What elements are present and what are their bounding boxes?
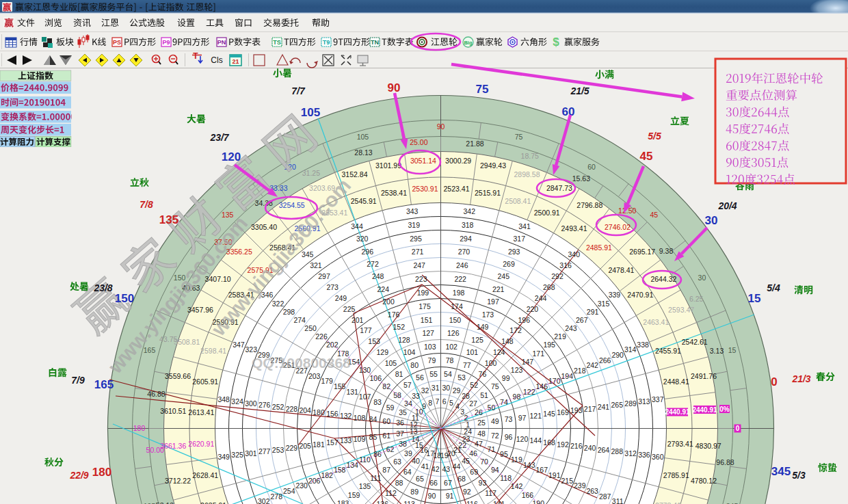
svg-text:90: 90	[388, 81, 401, 94]
svg-text:30: 30	[698, 274, 706, 282]
svg-text:250: 250	[304, 324, 317, 332]
svg-text:21/3: 21/3	[791, 373, 810, 384]
svg-text:48: 48	[477, 429, 486, 438]
svg-text:123: 123	[511, 366, 523, 374]
svg-text:217: 217	[584, 405, 596, 413]
svg-text:96: 96	[505, 433, 513, 441]
svg-text:26: 26	[475, 408, 483, 416]
svg-text:205: 205	[299, 442, 311, 450]
svg-text:149: 149	[477, 323, 489, 331]
svg-text:54: 54	[444, 370, 452, 378]
svg-text:320: 320	[356, 235, 369, 243]
svg-text:3712.22: 3712.22	[165, 477, 191, 485]
svg-text:200: 200	[382, 297, 395, 306]
svg-text:2545.91: 2545.91	[351, 197, 377, 205]
svg-text:50.00: 50.00	[146, 446, 164, 454]
svg-text:P9: P9	[162, 39, 170, 46]
svg-text:101: 101	[466, 348, 479, 356]
svg-text:245: 245	[498, 272, 510, 280]
svg-text:324: 324	[231, 397, 243, 406]
svg-text:322: 322	[272, 300, 284, 308]
svg-text:125: 125	[471, 336, 483, 344]
svg-text:2746.02: 2746.02	[605, 223, 631, 231]
svg-text:T9: T9	[323, 39, 330, 46]
svg-text:2847.73: 2847.73	[546, 184, 572, 192]
svg-text:37: 37	[396, 429, 404, 438]
svg-text:2508.41: 2508.41	[505, 197, 531, 205]
svg-text:347: 347	[233, 341, 245, 349]
svg-text:2793.41: 2793.41	[667, 440, 693, 448]
svg-text:118: 118	[500, 474, 512, 482]
svg-text:242: 242	[586, 361, 598, 369]
svg-text:42: 42	[432, 465, 440, 473]
svg-text:226: 226	[315, 332, 328, 341]
svg-text:269: 269	[503, 260, 515, 268]
svg-text:181: 181	[313, 440, 325, 449]
svg-text:121: 121	[530, 412, 542, 420]
svg-text:45: 45	[640, 150, 653, 163]
svg-text:216: 216	[570, 442, 583, 450]
svg-text:312: 312	[624, 449, 637, 457]
svg-text:297: 297	[318, 272, 330, 280]
svg-text:110: 110	[359, 455, 371, 464]
svg-text:342: 342	[464, 207, 476, 215]
svg-text:64: 64	[403, 468, 412, 476]
svg-text:145: 145	[543, 410, 555, 418]
svg-text:5: 5	[449, 399, 453, 407]
svg-text:23/8: 23/8	[93, 282, 112, 293]
svg-text:2455.91: 2455.91	[655, 347, 681, 355]
svg-text:339: 339	[609, 291, 621, 299]
svg-text:69: 69	[470, 468, 478, 476]
svg-text:TS: TS	[273, 39, 281, 46]
svg-text:15: 15	[728, 346, 737, 354]
svg-text:120: 120	[516, 435, 529, 443]
svg-text:337: 337	[652, 395, 664, 403]
svg-text:244: 244	[535, 294, 547, 302]
svg-text:215: 215	[561, 477, 574, 485]
svg-text:103: 103	[424, 343, 436, 351]
svg-text:2530.91: 2530.91	[412, 185, 438, 193]
svg-text:220: 220	[527, 305, 539, 313]
svg-text:157: 157	[326, 438, 339, 447]
svg-text:97: 97	[518, 414, 527, 422]
svg-text:45: 45	[462, 457, 470, 465]
svg-text:150: 150	[449, 316, 462, 324]
svg-text:225: 225	[343, 305, 356, 313]
svg-text:3000.29: 3000.29	[445, 157, 471, 165]
svg-text:3661.36: 3661.36	[160, 442, 186, 450]
svg-text:172: 172	[509, 326, 522, 334]
svg-text:2785.91: 2785.91	[663, 471, 689, 479]
svg-text:169: 169	[557, 408, 569, 416]
svg-text:2635.91: 2635.91	[200, 501, 226, 504]
svg-text:135: 135	[159, 213, 178, 226]
svg-text:Big: Big	[464, 40, 473, 46]
svg-text:129: 129	[377, 348, 389, 356]
svg-text:0: 0	[736, 425, 740, 432]
svg-text:21.88: 21.88	[466, 140, 483, 148]
svg-text:204: 204	[299, 406, 311, 414]
svg-text:277: 277	[259, 447, 271, 455]
svg-text:85: 85	[369, 433, 377, 441]
svg-text:81: 81	[395, 370, 403, 378]
svg-text:182: 182	[321, 471, 333, 479]
svg-text:36: 36	[396, 419, 404, 427]
svg-text:133: 133	[340, 436, 352, 445]
svg-text:111: 111	[370, 474, 381, 482]
svg-text:7/7: 7/7	[291, 85, 306, 96]
svg-text:43: 43	[442, 465, 450, 473]
svg-text:248: 248	[372, 272, 384, 280]
svg-text:246: 246	[456, 261, 468, 269]
svg-text:151: 151	[421, 316, 433, 324]
svg-text:106: 106	[370, 374, 382, 382]
svg-text:46.88: 46.88	[147, 390, 165, 398]
svg-text:2485.91: 2485.91	[586, 243, 612, 252]
svg-text:2463.41: 2463.41	[643, 318, 669, 326]
svg-text:63: 63	[393, 457, 401, 466]
svg-text:2: 2	[464, 414, 468, 422]
svg-text:43.75: 43.75	[159, 335, 177, 343]
svg-text:218: 218	[574, 367, 586, 375]
svg-text:152: 152	[393, 323, 406, 331]
svg-text:2898.58: 2898.58	[514, 170, 540, 178]
svg-text:2949.43: 2949.43	[480, 161, 506, 170]
svg-text:29: 29	[453, 386, 461, 395]
